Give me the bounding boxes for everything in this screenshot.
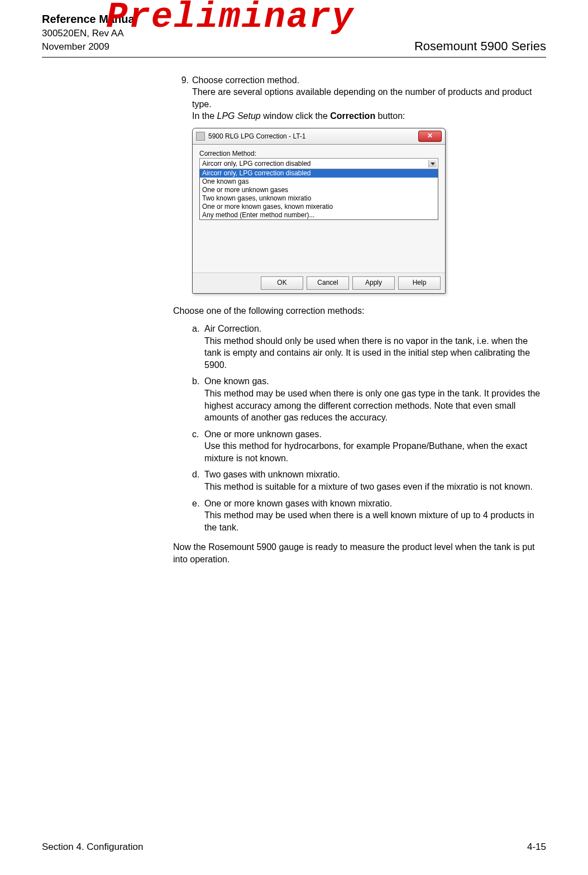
app-icon: [196, 132, 205, 141]
sub-text: This method should only be used when the…: [204, 336, 530, 370]
chevron-down-icon[interactable]: [428, 160, 437, 168]
step-line2: There are several options available depe…: [192, 87, 532, 109]
sub-letter: d.: [192, 468, 204, 493]
step-line3-italic: LPG Setup: [217, 111, 260, 121]
dialog-title: 5900 RLG LPG Correction - LT-1: [208, 132, 306, 141]
sub-title: Air Correction.: [204, 324, 261, 333]
correction-dialog: 5900 RLG LPG Correction - LT-1 ✕ Correct…: [192, 128, 446, 294]
sub-title: One known gas.: [204, 376, 269, 386]
step-9: 9. Choose correction method. There are s…: [173, 74, 546, 122]
step-line3-pre: In the: [192, 111, 217, 121]
sub-title: One or more known gases with known mixra…: [204, 499, 392, 508]
step-number: 9.: [173, 74, 192, 122]
step-line3-bold: Correction: [330, 111, 375, 121]
help-button[interactable]: Help: [398, 276, 441, 290]
sub-letter: b.: [192, 375, 204, 423]
sub-text: Use this method for hydrocarbons, for ex…: [204, 441, 527, 463]
dropdown-option[interactable]: One known gas: [200, 178, 438, 186]
sub-text: This method may be used when there is a …: [204, 510, 534, 532]
dropdown-option[interactable]: Any method (Enter method number)...: [200, 211, 438, 219]
sub-item-d: d. Two gases with unknown mixratio.This …: [192, 468, 546, 493]
watermark-text: Preliminary: [106, 0, 354, 37]
cancel-button[interactable]: Cancel: [307, 276, 349, 290]
doc-date: November 2009: [42, 40, 137, 54]
dropdown-list: Aircorr only, LPG correction disabled On…: [199, 169, 438, 220]
sub-text: This method is suitable for a mixture of…: [204, 482, 533, 491]
dropdown-selected: Aircorr only, LPG correction disabled: [202, 159, 311, 168]
sub-item-a: a. Air Correction.This method should onl…: [192, 323, 546, 371]
dialog-titlebar: 5900 RLG LPG Correction - LT-1 ✕: [193, 128, 445, 145]
ok-button[interactable]: OK: [261, 276, 303, 290]
step-line1: Choose correction method.: [192, 75, 299, 85]
dropdown-option[interactable]: Aircorr only, LPG correction disabled: [200, 169, 438, 178]
close-button[interactable]: ✕: [418, 131, 442, 142]
dropdown-option[interactable]: Two known gases, unknown mixratio: [200, 194, 438, 203]
sub-letter: a.: [192, 323, 204, 371]
step-line3-post: button:: [375, 111, 405, 121]
correction-method-label: Correction Method:: [199, 149, 438, 158]
apply-button[interactable]: Apply: [352, 276, 395, 290]
closing-paragraph: Now the Rosemount 5900 gauge is ready to…: [173, 541, 546, 565]
sub-title: Two gases with unknown mixratio.: [204, 470, 340, 479]
sub-item-c: c. One or more unknown gases.Use this me…: [192, 428, 546, 465]
sub-title: One or more unknown gases.: [204, 429, 322, 439]
choose-method-intro: Choose one of the following correction m…: [173, 305, 546, 317]
sub-item-b: b. One known gas.This method may be used…: [192, 375, 546, 423]
product-series: Rosemount 5900 Series: [414, 39, 546, 54]
page-footer: Section 4. Configuration 4-15: [42, 841, 546, 853]
dropdown-option[interactable]: One or more known gases, known mixeratio: [200, 203, 438, 211]
sub-text: This method may be used when there is on…: [204, 389, 540, 422]
sub-item-e: e. One or more known gases with known mi…: [192, 498, 546, 534]
step-line3-mid: window click the: [261, 111, 331, 121]
correction-method-dropdown[interactable]: Aircorr only, LPG correction disabled: [199, 158, 438, 169]
section-label: Section 4. Configuration: [42, 841, 143, 853]
sub-letter: c.: [192, 428, 204, 465]
sub-letter: e.: [192, 498, 204, 534]
dropdown-option[interactable]: One or more unknown gases: [200, 186, 438, 194]
page-number: 4-15: [527, 841, 546, 853]
